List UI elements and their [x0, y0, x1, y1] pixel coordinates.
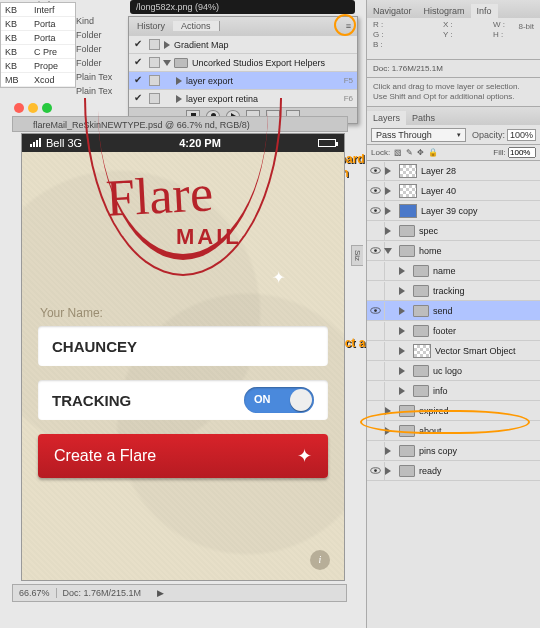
fs-cell: Porta: [30, 31, 75, 45]
chevron-right-icon[interactable]: ▶: [151, 588, 170, 598]
tab-navigator[interactable]: Navigator: [367, 4, 418, 18]
disclosure-icon[interactable]: [176, 77, 182, 85]
toggle-icon[interactable]: [149, 39, 160, 50]
layer-row[interactable]: tracking: [367, 281, 540, 301]
visibility-icon[interactable]: [367, 342, 385, 360]
create-flare-button[interactable]: Create a Flare ✦: [38, 434, 328, 478]
chevron-down-icon: ▾: [457, 131, 461, 139]
layer-row[interactable]: info: [367, 381, 540, 401]
tab-info[interactable]: Info: [471, 4, 498, 18]
visibility-icon[interactable]: [367, 262, 385, 280]
layer-row[interactable]: send: [367, 301, 540, 321]
tab-history[interactable]: History: [129, 21, 173, 31]
phone-mockup: Bell 3G 4:20 PM ✦ Flare MAIL Your Name: …: [22, 134, 344, 580]
lock-pos-icon[interactable]: ✥: [417, 148, 424, 157]
disclosure-icon[interactable]: [385, 207, 391, 215]
layer-row[interactable]: footer: [367, 321, 540, 341]
disclosure-icon[interactable]: [399, 267, 405, 275]
info-tabs: Navigator Histogram Info: [367, 0, 540, 18]
name-field[interactable]: CHAUNCEY: [38, 326, 328, 366]
svg-point-11: [374, 469, 377, 472]
visibility-icon[interactable]: [367, 282, 385, 300]
layers-tabs: Layers Paths: [367, 107, 540, 125]
tracking-toggle[interactable]: ON: [244, 387, 314, 413]
visibility-icon[interactable]: [367, 462, 385, 480]
toggle-icon[interactable]: [149, 57, 160, 68]
checkbox-icon[interactable]: ✔: [131, 56, 145, 70]
layer-row[interactable]: pins copy: [367, 441, 540, 461]
lock-all-icon[interactable]: 🔒: [428, 148, 438, 157]
folder-icon: [413, 365, 429, 377]
disclosure-icon[interactable]: [385, 187, 391, 195]
visibility-icon[interactable]: [367, 222, 385, 240]
tab-paths[interactable]: Paths: [406, 111, 441, 125]
layer-row[interactable]: Layer 40: [367, 181, 540, 201]
action-label: Gradient Map: [174, 40, 357, 50]
action-row[interactable]: ✔ Gradient Map: [129, 35, 357, 53]
layer-row[interactable]: expired: [367, 401, 540, 421]
layer-row[interactable]: Vector Smart Object: [367, 341, 540, 361]
visibility-icon[interactable]: [367, 322, 385, 340]
minimize-icon[interactable]: [28, 103, 38, 113]
disclosure-icon[interactable]: [385, 407, 391, 415]
action-shortcut: F6: [344, 94, 357, 103]
lock-trans-icon[interactable]: ▧: [394, 148, 402, 157]
layer-name: spec: [419, 226, 540, 236]
disclosure-icon[interactable]: [385, 467, 391, 475]
action-row-selected[interactable]: ✔ layer export F5: [129, 71, 357, 89]
fill-label: Fill:: [493, 148, 505, 157]
layer-row[interactable]: uc logo: [367, 361, 540, 381]
disclosure-icon[interactable]: [399, 387, 405, 395]
disclosure-icon[interactable]: [163, 60, 171, 66]
visibility-icon[interactable]: [367, 302, 385, 320]
layer-row[interactable]: home: [367, 241, 540, 261]
layer-row[interactable]: Layer 28: [367, 161, 540, 181]
disclosure-icon[interactable]: [385, 227, 391, 235]
info-button[interactable]: i: [310, 550, 330, 570]
layer-row[interactable]: ready: [367, 461, 540, 481]
fs-column-2: Interf Porta Porta C Pre Prope Xcod: [30, 2, 76, 88]
toggle-icon[interactable]: [149, 75, 160, 86]
disclosure-icon[interactable]: [385, 167, 391, 175]
visibility-icon[interactable]: [367, 402, 385, 420]
action-label: Uncorked Studios Export Helpers: [192, 58, 357, 68]
zoom-icon[interactable]: [42, 103, 52, 113]
layer-row[interactable]: Layer 39 copy: [367, 201, 540, 221]
visibility-icon[interactable]: [367, 382, 385, 400]
layer-row[interactable]: name: [367, 261, 540, 281]
disclosure-icon[interactable]: [385, 447, 391, 455]
action-label: layer export: [186, 76, 344, 86]
layer-name: footer: [433, 326, 540, 336]
visibility-icon[interactable]: [367, 362, 385, 380]
visibility-icon[interactable]: [367, 242, 385, 260]
visibility-icon[interactable]: [367, 202, 385, 220]
zoom-level[interactable]: 66.67%: [13, 588, 57, 598]
right-panels: Navigator Histogram Info R :G :B : X :Y …: [366, 0, 540, 628]
tab-layers[interactable]: Layers: [367, 111, 406, 125]
layer-row[interactable]: spec: [367, 221, 540, 241]
tab-histogram[interactable]: Histogram: [418, 4, 471, 18]
disclosure-icon[interactable]: [399, 307, 405, 315]
blend-mode-select[interactable]: Pass Through▾: [371, 128, 466, 142]
visibility-icon[interactable]: [367, 422, 385, 440]
close-icon[interactable]: [14, 103, 24, 113]
tab-actions[interactable]: Actions: [173, 21, 220, 31]
checkbox-icon[interactable]: ✔: [131, 74, 145, 88]
disclosure-icon[interactable]: [164, 41, 170, 49]
lock-pixel-icon[interactable]: ✎: [406, 148, 413, 157]
disclosure-icon[interactable]: [399, 367, 405, 375]
disclosure-icon[interactable]: [399, 327, 405, 335]
fill-value[interactable]: [508, 147, 536, 158]
checkbox-icon[interactable]: ✔: [131, 38, 145, 52]
opacity-value[interactable]: 100%: [507, 129, 536, 141]
visibility-icon[interactable]: [367, 162, 385, 180]
layer-row[interactable]: about: [367, 421, 540, 441]
action-row[interactable]: ✔ Uncorked Studios Export Helpers: [129, 53, 357, 71]
visibility-icon[interactable]: [367, 442, 385, 460]
visibility-icon[interactable]: [367, 182, 385, 200]
disclosure-icon[interactable]: [399, 287, 405, 295]
disclosure-icon[interactable]: [385, 427, 391, 435]
disclosure-icon[interactable]: [384, 248, 392, 254]
fs-cell: Prope: [30, 59, 75, 73]
disclosure-icon[interactable]: [399, 347, 405, 355]
